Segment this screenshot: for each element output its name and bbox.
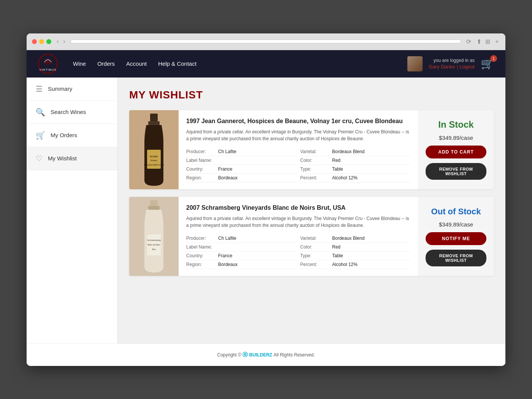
detail-country-1: Country: France (186, 165, 296, 174)
cart-icon[interactable]: 🛒 1 (481, 57, 494, 70)
detail-percent-2: Percent: Alcohol 12% (300, 260, 410, 269)
wine-details-right-1: Varietal: Bordeaux Blend Color: Red Type… (300, 147, 410, 182)
sidebar-item-my-orders[interactable]: 🛒 My Orders (27, 124, 117, 147)
stock-status-1: In Stock (438, 119, 473, 130)
detail-labelname-1: Label Name: (186, 156, 296, 165)
wine-details-1: Producer: Ch Lafite Label Name: Country:… (186, 147, 410, 182)
minimize-button[interactable] (39, 39, 44, 44)
detail-type-1: Type: Table (300, 165, 410, 174)
new-tab-button[interactable]: ⊞ (485, 38, 490, 46)
detail-labelname-label-2: Label Name: (186, 244, 217, 250)
detail-region-value-2: Bordeaux (218, 262, 238, 267)
wine-details-2: Producer: Ch Lafite Label Name: Country:… (186, 234, 410, 269)
detail-type-2: Type: Table (300, 252, 410, 260)
detail-varietal-value: Bordeaux Blend (332, 149, 364, 154)
user-name[interactable]: Gary Danko (429, 64, 455, 70)
stock-status-2: Out of Stock (431, 207, 481, 217)
detail-varietal-2: Varietal: Bordeaux Blend (300, 234, 410, 243)
detail-varietal-label: Varietal: (300, 149, 331, 154)
add-button[interactable]: ＋ (494, 38, 500, 46)
wine-image-2: Schramsberg Blanc de Noirs Brut (129, 197, 179, 276)
maximize-button[interactable] (46, 39, 51, 44)
footer-copyright: Copyright © (217, 352, 242, 358)
detail-type-value-2: Table (332, 253, 343, 258)
wine-desc-2: Aquired from a private cellar. An excell… (186, 215, 410, 229)
wine-desc-1: Aquired from a private cellar. An excell… (186, 128, 410, 142)
nav-wine[interactable]: Wine (73, 60, 86, 67)
detail-varietal-label-2: Varietal: (300, 236, 331, 241)
main-content: MY WISHLIST Amalie Robert OREGON PINOT N… (118, 78, 505, 344)
detail-producer-label-2: Producer: (186, 236, 217, 241)
wine-image-1: Amalie Robert OREGON PINOT NOIR (129, 110, 179, 189)
avatar (407, 56, 423, 71)
logo-text: VINTIBUS (40, 68, 57, 71)
cart-sidebar-icon: 🛒 (36, 131, 45, 140)
forward-button[interactable]: › (62, 37, 66, 46)
nav-orders[interactable]: Orders (97, 60, 115, 67)
detail-percent-value-2: Alcohol 12% (332, 262, 358, 267)
page-title: MY WISHLIST (129, 89, 494, 101)
page-layout: ☰ Summary 🔍 Search Wines 🛒 My Orders ♡ M… (27, 78, 505, 344)
wine-info-2: 2007 Schramsberg Vineyards Blanc de Noir… (179, 197, 418, 276)
svg-rect-2 (148, 121, 160, 125)
wine-actions-1: In Stock $349.89/case ADD TO CART REMOVE… (418, 110, 494, 189)
detail-color-2: Color: Red (300, 243, 410, 252)
remove-from-wishlist-button-1[interactable]: REMOVE FROM WISHLIST (426, 163, 486, 180)
price-2: $349.89/case (439, 221, 473, 228)
detail-varietal-1: Varietal: Bordeaux Blend (300, 147, 410, 156)
detail-color-value: Red (332, 158, 340, 163)
detail-producer-value: Ch Lafite (218, 149, 236, 154)
detail-country-2: Country: France (186, 252, 296, 260)
svg-rect-7 (150, 200, 158, 206)
add-to-cart-button-1[interactable]: ADD TO CART (426, 146, 486, 158)
detail-producer-value-2: Ch Lafite (218, 236, 236, 241)
footer: Copyright © ⓔ BUILDERZ All Rights Reserv… (27, 344, 505, 366)
logo[interactable]: VINTIBUS (38, 54, 58, 74)
detail-country-label-2: Country: (186, 253, 217, 258)
list-icon: ☰ (36, 84, 43, 93)
svg-point-0 (47, 61, 49, 63)
svg-text:Robert: Robert (150, 159, 157, 162)
detail-type-label: Type: (300, 166, 331, 172)
detail-color-label: Color: (300, 158, 331, 163)
nav-help[interactable]: Help & Contact (158, 60, 196, 67)
detail-region-label: Region: (186, 175, 217, 180)
wishlist-item-2: Schramsberg Blanc de Noirs Brut 2007 Sch… (129, 197, 494, 276)
share-button[interactable]: ⬆ (477, 38, 481, 46)
sidebar-item-my-wishlist[interactable]: ♡ My Wishlist (27, 147, 117, 170)
detail-type-value: Table (332, 166, 343, 172)
detail-producer-label: Producer: (186, 149, 217, 154)
detail-region-1: Region: Bordeaux (186, 174, 296, 182)
browser-chrome: ‹ › ⟳ ⬆ ⊞ ＋ (27, 33, 505, 50)
sidebar: ☰ Summary 🔍 Search Wines 🛒 My Orders ♡ M… (27, 78, 118, 344)
nav-account[interactable]: Account (126, 60, 147, 67)
logo-circle: VINTIBUS (38, 54, 58, 74)
detail-type-label-2: Type: (300, 253, 331, 258)
logged-in-label: you are logged in as (429, 58, 475, 63)
back-button[interactable]: ‹ (55, 37, 60, 46)
address-bar[interactable] (71, 40, 461, 43)
detail-producer-2: Producer: Ch Lafite (186, 234, 296, 243)
detail-region-2: Region: Bordeaux (186, 260, 296, 269)
close-button[interactable] (32, 39, 37, 44)
cart-badge: 1 (490, 55, 497, 62)
detail-country-value-2: France (218, 253, 232, 258)
sidebar-item-search-wines[interactable]: 🔍 Search Wines (27, 101, 117, 124)
notify-me-button-2[interactable]: NOTIFY ME (426, 232, 486, 245)
user-name-logout: Gary Danko | Logout (429, 63, 475, 70)
detail-labelname-label: Label Name: (186, 158, 217, 163)
detail-region-label-2: Region: (186, 262, 217, 267)
wine-actions-2: Out of Stock $349.89/case NOTIFY ME REMO… (418, 197, 494, 276)
footer-rights: All Rights Reserved. (274, 352, 315, 358)
search-icon: 🔍 (36, 108, 45, 117)
detail-varietal-value-2: Bordeaux Blend (332, 236, 364, 241)
reload-button[interactable]: ⟳ (465, 37, 473, 46)
traffic-lights (32, 39, 51, 44)
detail-producer-1: Producer: Ch Lafite (186, 147, 296, 156)
remove-from-wishlist-button-2[interactable]: REMOVE FROM WISHLIST (426, 250, 486, 266)
logout-link[interactable]: | Logout (457, 64, 475, 70)
sidebar-item-summary[interactable]: ☰ Summary (27, 78, 117, 101)
footer-brand-name: BUILDERZ (249, 352, 272, 358)
detail-percent-value: Alcohol 12% (332, 175, 358, 180)
svg-text:Brut: Brut (152, 248, 156, 250)
